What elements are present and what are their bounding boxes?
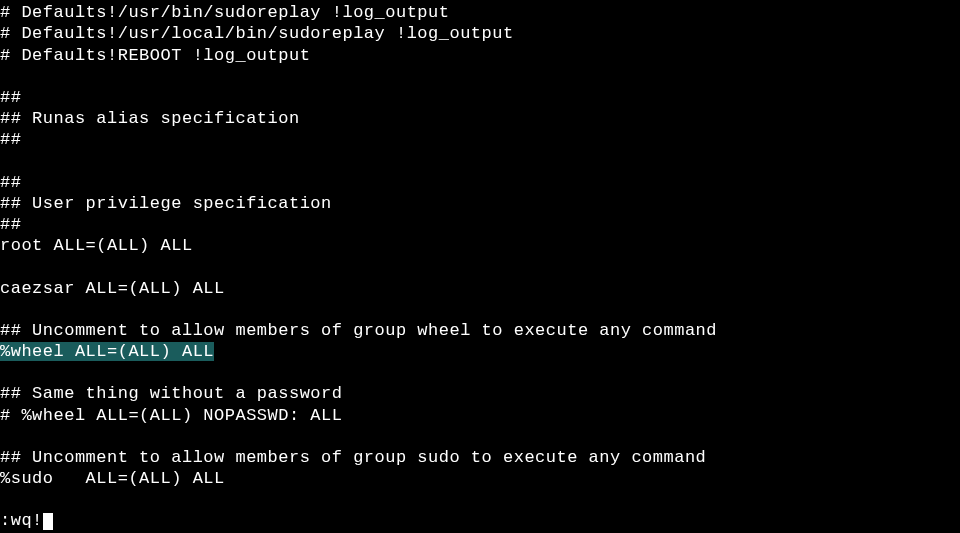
file-line: # %wheel ALL=(ALL) NOPASSWD: ALL xyxy=(0,405,960,426)
file-line: # Defaults!REBOOT !log_output xyxy=(0,45,960,66)
file-line: # Defaults!/usr/bin/sudoreplay !log_outp… xyxy=(0,2,960,23)
file-line: %sudo ALL=(ALL) ALL xyxy=(0,468,960,489)
file-line: root ALL=(ALL) ALL xyxy=(0,235,960,256)
file-line xyxy=(0,151,960,172)
file-line: ## xyxy=(0,172,960,193)
file-line xyxy=(0,257,960,278)
file-line: ## Runas alias specification xyxy=(0,108,960,129)
file-line: caezsar ALL=(ALL) ALL xyxy=(0,278,960,299)
file-line xyxy=(0,489,960,510)
file-line xyxy=(0,426,960,447)
file-line: ## xyxy=(0,214,960,235)
file-line: ## xyxy=(0,87,960,108)
file-line xyxy=(0,299,960,320)
file-line: ## Same thing without a password xyxy=(0,383,960,404)
file-line xyxy=(0,66,960,87)
file-line: ## Uncomment to allow members of group w… xyxy=(0,320,960,341)
file-line: ## xyxy=(0,129,960,150)
cursor-icon xyxy=(43,513,53,530)
vim-command-line[interactable]: :wq! xyxy=(0,510,960,531)
file-line: # Defaults!/usr/local/bin/sudoreplay !lo… xyxy=(0,23,960,44)
file-line: ## Uncomment to allow members of group s… xyxy=(0,447,960,468)
file-line: ## User privilege specification xyxy=(0,193,960,214)
vim-command-text: :wq! xyxy=(0,511,43,530)
file-line xyxy=(0,362,960,383)
file-line-highlighted: %wheel ALL=(ALL) ALL xyxy=(0,341,960,362)
